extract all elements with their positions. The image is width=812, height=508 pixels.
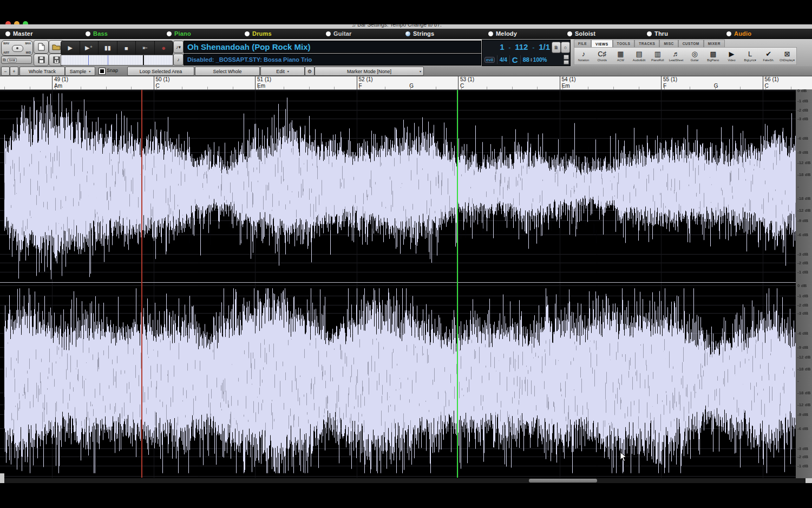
pianoroll-icon: ▥	[654, 50, 661, 58]
zoom-out-button[interactable]: −	[1, 67, 10, 76]
new-song-button[interactable]	[34, 40, 49, 54]
scrollbar-thumb[interactable]	[529, 479, 597, 483]
ruler-bar-55[interactable]: 55 (1)FG	[661, 76, 763, 90]
song-title-field[interactable]: Oh Shenandoah (Pop Rock Mix)	[184, 41, 481, 53]
ruler-bar-53[interactable]: 53 (1)C	[458, 76, 560, 90]
waveform-editor[interactable]: 0 dB-1 dB-1 dB-2 dB-2 dB-3 dB-3 dB-6 dB-…	[0, 90, 812, 478]
playback-speed[interactable]: 100%	[533, 57, 547, 63]
track-selector-audio[interactable]: Audio	[726, 29, 751, 38]
notepad-button[interactable]: 🗎	[552, 42, 561, 53]
style-tempo[interactable]: 88	[523, 56, 529, 63]
track-selector-bass[interactable]: Bass	[86, 29, 108, 38]
beat-tick	[207, 87, 208, 89]
viewbutton-acw[interactable]: ▦ACW	[611, 48, 630, 64]
tab-file[interactable]: FILE	[574, 40, 591, 47]
viewbutton-video[interactable]: ▶Video	[722, 48, 741, 64]
key-signature[interactable]: C	[512, 55, 518, 64]
return-to-start-button[interactable]: ⇤	[136, 41, 155, 55]
tab-custom[interactable]: CUSTOM	[678, 40, 704, 47]
viewbutton-chdisplay[interactable]: ⊠ChDisplay▾	[778, 48, 796, 64]
viewbutton-guitar[interactable]: ◎Guitar	[685, 48, 704, 64]
bar-ruler[interactable]: 49 (1)Am50 (1)C51 (1)Em52 (1)FG53 (1)C54…	[0, 76, 812, 90]
viewbutton-biglyric[interactable]: LBigLyric▾	[741, 48, 759, 64]
viewbutton-pianoroll[interactable]: ▥PianoRoll	[649, 48, 667, 64]
loop-selected-area-button[interactable]: Loop Selected Area	[127, 67, 194, 76]
db-scale-label: -9 dB	[797, 150, 808, 155]
track-selector-melody[interactable]: Melody	[488, 29, 517, 38]
viewbutton-notation[interactable]: ♪Notation	[574, 48, 593, 64]
drop-target-oval[interactable]	[12, 45, 23, 52]
song-title-menu-button[interactable]: ♪▾	[173, 41, 184, 53]
track-label: Piano	[174, 30, 191, 37]
tab-tracks[interactable]: TRACKS	[634, 40, 659, 47]
chorus-value[interactable]: 1/1	[539, 42, 550, 51]
horizontal-scrollbar[interactable]	[0, 478, 812, 483]
ruler-bar-51[interactable]: 51 (1)Em	[255, 76, 357, 90]
track-selector-strings[interactable]: Strings	[405, 29, 434, 38]
tab-mixer[interactable]: MIXER	[704, 40, 725, 47]
memo-button[interactable]: ○	[561, 42, 570, 53]
viewbutton-bigpiano[interactable]: ▩BigPiano	[704, 48, 722, 64]
save-song-button[interactable]	[34, 54, 49, 66]
beat-tick	[334, 87, 335, 89]
edit-menu-button[interactable]: Edit▾	[260, 67, 305, 76]
ruler-bar-49[interactable]: 49 (1)Am	[52, 76, 154, 90]
db-scale-label: -1 dB	[797, 294, 808, 298]
track-selector-drums[interactable]: Drums	[245, 29, 272, 38]
viewbutton-chords[interactable]: C♯Chords	[593, 48, 611, 64]
marker-mode-dropdown[interactable]: Marker Mode [None]▾	[315, 67, 424, 76]
viewbutton-label: ACW	[617, 58, 624, 62]
db-scale-label: -6 dB	[797, 330, 808, 335]
sample-button[interactable]: Sample▾	[65, 67, 95, 76]
whole-track-button[interactable]: Whole Track	[19, 67, 65, 76]
daw-plugin-strip[interactable]: ⧉ DAW	[1, 56, 32, 64]
scrub-section-tick	[108, 55, 108, 65]
style-menu-button[interactable]: ♪	[173, 54, 184, 66]
bar-number: 51 (1)	[257, 76, 271, 82]
tab-views[interactable]: VIEWS	[591, 40, 612, 48]
ruler-bar-52[interactable]: 52 (1)FG	[357, 76, 459, 90]
speed-spinbox[interactable]	[564, 55, 569, 64]
tempo-spinner-icon[interactable]: ▲▼	[530, 57, 533, 62]
viewbutton-label: Guitar	[691, 58, 699, 62]
record-button[interactable]: ●	[155, 41, 173, 55]
waveform-canvas[interactable]	[0, 90, 812, 478]
viewbutton-leadsheet[interactable]: ♬LeadSheet	[667, 48, 685, 64]
pause-button[interactable]: ▮▮	[99, 41, 117, 55]
select-whole-button[interactable]: Select Whole	[195, 67, 260, 76]
settings-gear-button[interactable]: ⚙	[305, 67, 315, 76]
track-selector-thru[interactable]: Thru	[647, 29, 668, 38]
ruler-bar-54[interactable]: 54 (1)Em	[560, 76, 662, 90]
track-selector-bar: MasterBassPianoDrumsGuitarStringsMelodyS…	[0, 29, 812, 39]
track-selector-master[interactable]: Master	[5, 29, 33, 38]
stop-button[interactable]: ■	[117, 41, 136, 55]
bar-tempo-chorus-counters[interactable]: 1 - 112 - 1/1	[482, 41, 550, 53]
zoom-in-button[interactable]: +	[10, 67, 18, 76]
current-bar-value[interactable]: 1	[500, 42, 504, 51]
wav-corner-label: WAV	[3, 42, 9, 45]
time-signature[interactable]: 4/4	[500, 57, 507, 63]
track-selector-piano[interactable]: Piano	[167, 29, 191, 38]
scrub-cursor[interactable]	[143, 55, 144, 65]
drag-icon: ⧉	[3, 57, 6, 63]
beat-tick	[385, 87, 385, 89]
viewbutton-fakesh[interactable]: ✔FakeSh.	[759, 48, 778, 64]
tab-misc[interactable]: MISC	[659, 40, 678, 47]
track-selector-guitar[interactable]: Guitar	[326, 29, 352, 38]
beat-tick	[765, 87, 766, 89]
viewbutton-audioedit[interactable]: ▤AudioEdit	[630, 48, 649, 64]
song-position-scrubber[interactable]	[61, 55, 173, 66]
ruler-bar-50[interactable]: 50 (1)C	[154, 76, 256, 90]
feel-button[interactable]: ev8	[484, 57, 495, 63]
tab-tools[interactable]: TOOLS	[613, 40, 635, 47]
play-button[interactable]: ▶	[61, 41, 80, 55]
play-from-button[interactable]: ▶⁺	[80, 41, 99, 55]
snap-checkbox[interactable]	[99, 68, 106, 75]
style-field[interactable]: Disabled: _BOSSAPT.STY: Bossa Piano Trio	[184, 54, 481, 66]
drag-drop-station[interactable]: WAV M4A AIFF MID	[1, 40, 33, 56]
bar-number: 55 (1)	[663, 76, 677, 82]
tempo-value[interactable]: 112	[515, 42, 528, 51]
track-label: Soloist	[575, 30, 595, 37]
track-selector-soloist[interactable]: Soloist	[567, 29, 595, 38]
beat-tick	[487, 87, 487, 89]
